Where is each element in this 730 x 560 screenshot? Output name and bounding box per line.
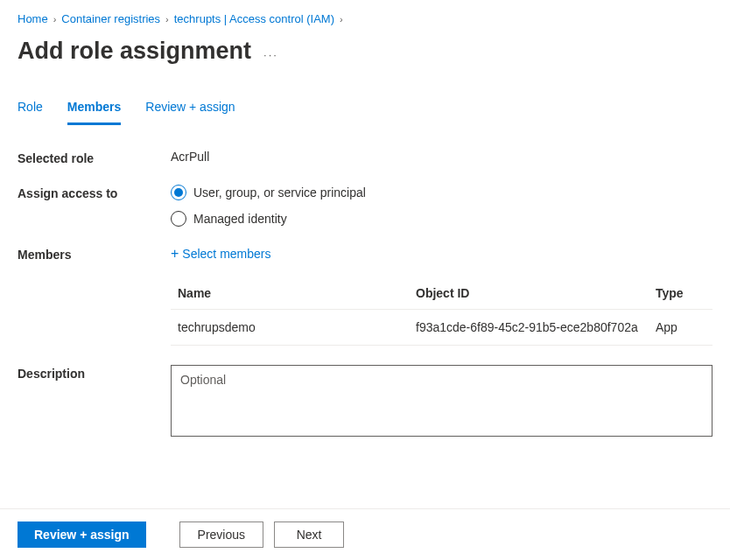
assign-access-radio-group: User, group, or service principal Manage… (171, 185, 712, 227)
members-table-header-type: Type (656, 277, 712, 310)
tab-members[interactable]: Members (67, 100, 121, 125)
tabs: Role Members Review + assign (0, 82, 730, 125)
tab-role[interactable]: Role (18, 100, 43, 125)
radio-label-managed-identity: Managed identity (193, 212, 287, 226)
select-members-text: Select members (182, 247, 270, 261)
description-label: Description (18, 365, 171, 381)
table-row[interactable]: techrupsdemo f93a1cde-6f89-45c2-91b5-ece… (171, 310, 712, 346)
footer-bar: Review + assign Previous Next (0, 508, 730, 560)
members-label: Members (18, 246, 171, 262)
radio-user-group-service-principal[interactable]: User, group, or service principal (171, 185, 712, 200)
breadcrumb: Home › Container registries › techrupts … (0, 0, 730, 32)
members-table: Name Object ID Type techrupsdemo f93a1cd… (171, 277, 712, 346)
member-object-id: f93a1cde-6f89-45c2-91b5-ece2b80f702a (416, 310, 656, 346)
radio-label-user: User, group, or service principal (193, 186, 366, 200)
member-name: techrupsdemo (171, 310, 416, 346)
description-textarea[interactable] (171, 365, 712, 437)
selected-role-label: Selected role (18, 150, 171, 165)
members-table-header-name: Name (171, 277, 416, 310)
member-type: App (656, 310, 712, 346)
select-members-link[interactable]: + Select members (171, 246, 271, 262)
selected-role-value: AcrPull (171, 150, 712, 164)
chevron-right-icon: › (340, 14, 343, 24)
breadcrumb-resource-iam[interactable]: techrupts | Access control (IAM) (174, 12, 334, 25)
chevron-right-icon: › (53, 14, 57, 24)
previous-button[interactable]: Previous (179, 522, 263, 548)
page-title: Add role assignment (18, 38, 251, 65)
radio-managed-identity[interactable]: Managed identity (171, 211, 712, 227)
breadcrumb-home[interactable]: Home (18, 12, 48, 25)
radio-icon (171, 211, 186, 227)
radio-icon (171, 185, 186, 200)
assign-access-to-label: Assign access to (18, 185, 171, 200)
review-assign-button[interactable]: Review + assign (18, 522, 146, 548)
members-table-header-object-id: Object ID (416, 277, 656, 310)
breadcrumb-container-registries[interactable]: Container registries (61, 12, 160, 25)
plus-icon: + (171, 246, 179, 262)
more-icon[interactable]: ··· (263, 41, 278, 61)
next-button[interactable]: Next (274, 522, 344, 548)
chevron-right-icon: › (165, 14, 169, 24)
tab-review-assign[interactable]: Review + assign (145, 100, 235, 125)
page-header: Add role assignment ··· (0, 32, 730, 82)
